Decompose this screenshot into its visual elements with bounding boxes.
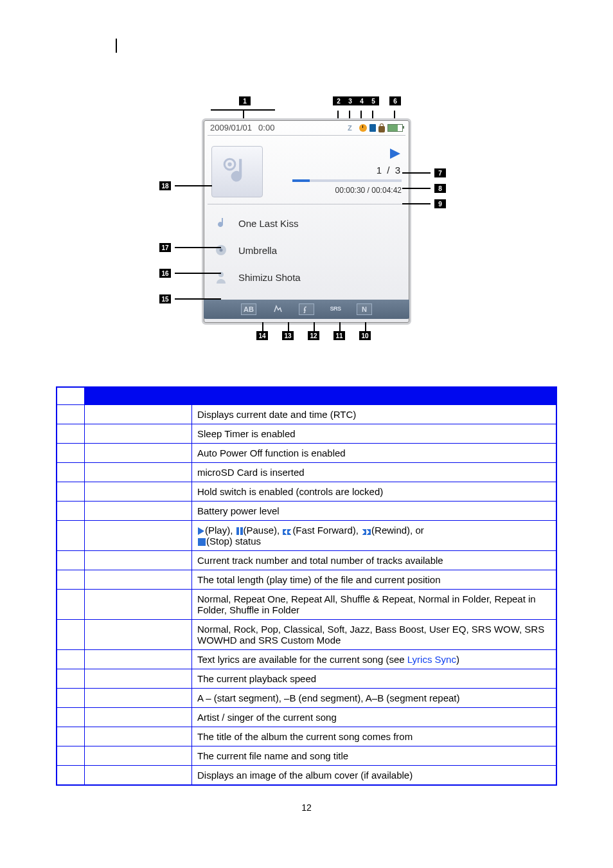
table-row: 7(Play), (Pause), (Fast Forward), (Rewin… [57,521,556,551]
table-row: 5Hold switch is enabled (controls are lo… [57,482,556,502]
callout-10: 10 [359,331,371,340]
fast-forward-icon [283,527,292,535]
album-name: Umbrella [238,245,277,256]
svg-marker-2 [390,149,400,159]
song-title: One Last Kiss [238,218,298,229]
callout-18: 18 [159,181,212,190]
battery-icon [387,124,403,132]
table-row: 6Battery power level [57,502,556,521]
sleep-icon: Z [348,124,357,132]
callout-1: 1 [239,96,251,105]
lyrics-sync-link[interactable]: Lyrics Sync [407,654,456,665]
table-row: 17The current file name and song title [57,746,556,766]
table-row: 9The total length (play time) of the fil… [57,570,556,590]
svg-point-1 [227,162,231,166]
player-figure: 1 2 3 4 5 6 2009/01/01 0:00 Z [155,96,458,348]
table-row: 16The title of the album the current son… [57,727,556,746]
sd-icon [369,124,376,132]
repeat-mode-icon: N [357,303,372,315]
track-info-list: One Last Kiss Umbrella Shimizu Shota [204,204,409,300]
now-playing: 1 / 3 00:00:30 / 00:04:42 [204,136,409,204]
pause-icon [236,527,243,535]
table-row: 15Artist / singer of the current song [57,708,556,727]
callout-11: 11 [333,331,345,340]
music-note-icon [220,155,254,188]
callout-13: 13 [282,331,294,340]
row-artist: Shimizu Shota [210,264,403,291]
lock-icon [378,126,385,132]
callout-8: 8 [402,184,446,193]
text-cursor [116,39,117,53]
bottom-callouts: 14 13 12 11 10 [155,322,458,348]
table-row: 14A – (start segment), –B (end segment),… [57,689,556,708]
table-row: 3Auto Power Off function is enabled [57,444,556,463]
table-row: 1Displays current date and time (RTC) [57,405,556,424]
callout-5: 5 [368,96,379,105]
callout-16: 16 [159,269,221,278]
table-row: 12Text lyrics are available for the curr… [57,650,556,669]
callout-14: 14 [256,331,268,340]
stop-icon [198,538,206,546]
table-row: 18Displays an image of the album cover (… [57,766,556,786]
clock-icon [359,124,367,132]
track-counter: 1 / 3 [377,165,402,176]
player-mock: 2009/01/01 0:00 Z [202,118,411,325]
svg-text:ʄ: ʄ [303,306,306,313]
play-icon [198,527,204,535]
speed-icon [271,303,285,314]
table-row: 13The current playback speed [57,669,556,689]
footer-bar: AB ʄ SRS N [204,300,409,319]
page-number: 12 [0,802,613,813]
callout-6: 6 [389,96,401,105]
lyrics-icon: ʄ [299,303,314,315]
callout-9: 9 [402,199,446,208]
callout-15: 15 [159,294,221,303]
status-time: 0:00 [258,123,274,132]
ab-repeat-icon: AB [241,303,256,315]
top-callouts: 1 2 3 4 5 6 [155,96,458,118]
table-row: 11Normal, Rock, Pop, Classical, Soft, Ja… [57,620,556,650]
table-row: 10Normal, Repeat One, Repeat All, Shuffl… [57,590,556,620]
legend-table: 1Displays current date and time (RTC)2Sl… [56,386,557,786]
callout-7: 7 [402,168,446,177]
callout-3: 3 [344,96,356,105]
srs-icon: SRS [328,303,342,314]
table-row: 2Sleep Timer is enabled [57,424,556,444]
progress-bar [292,179,402,182]
row-title: One Last Kiss [210,210,403,237]
album-cover [211,146,263,197]
callout-4: 4 [356,96,368,105]
title-icon [213,215,229,231]
callout-17: 17 [159,243,221,252]
status-bar: 2009/01/01 0:00 Z [204,120,409,135]
status-date: 2009/01/01 [210,123,252,132]
elapsed-total: 00:00:30 / 00:04:42 [335,186,402,195]
callout-12: 12 [308,331,319,340]
table-row: 4microSD Card is inserted [57,463,556,482]
rewind-icon [362,527,371,535]
callout-2: 2 [333,96,344,105]
table-header-row [57,387,556,405]
artist-name: Shimizu Shota [238,272,301,283]
table-row: 8Current track number and total number o… [57,551,556,570]
row-album: Umbrella [210,237,403,264]
playstate-icon [389,149,402,161]
